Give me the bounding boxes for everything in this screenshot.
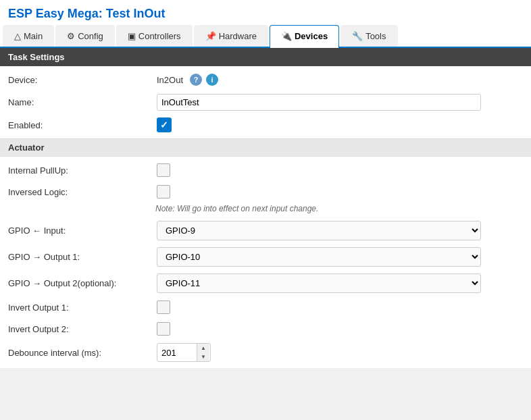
nav-bar: △ Main ⚙ Config ▣ Controllers 📌 Hardware… — [0, 25, 531, 48]
help-icon[interactable]: ? — [190, 74, 202, 86]
controllers-tab-label: Controllers — [138, 31, 181, 41]
config-tab-label: Config — [78, 31, 103, 41]
form-area: Device: In2Out ? i Name: Enabled: — [0, 66, 531, 138]
enabled-row: Enabled: — [0, 114, 531, 136]
name-input[interactable] — [157, 94, 481, 111]
tab-tools[interactable]: 🔧 Tools — [340, 25, 397, 47]
inversed-logic-checkbox[interactable] — [157, 185, 170, 199]
info-icon[interactable]: i — [206, 74, 218, 86]
hardware-tab-label: Hardware — [219, 31, 257, 41]
gpio-input-control: GPIO-0GPIO-1GPIO-2GPIO-3GPIO-4GPIO-5GPIO… — [157, 221, 523, 240]
invert-output2-row: Invert Output 2: — [0, 318, 531, 340]
hardware-tab-icon: 📌 — [205, 31, 216, 41]
pullup-checkbox[interactable] — [157, 163, 170, 177]
main-content: Task Settings Device: In2Out ? i Name: E… — [0, 48, 531, 368]
note-text: Note: Will go into effect on next input … — [0, 203, 531, 217]
gpio-output1-label: GPIO → Output 1: — [8, 252, 157, 262]
gpio-input-label: GPIO ← Input: — [8, 226, 157, 236]
debounce-spinners: ▲ ▼ — [197, 344, 209, 361]
name-row: Name: — [0, 90, 531, 114]
gpio-output2-label: GPIO → Output 2(optional): — [8, 278, 157, 288]
invert-output2-label: Invert Output 2: — [8, 324, 157, 334]
actuator-header: Actuator — [0, 138, 531, 157]
device-control: In2Out ? i — [157, 74, 523, 86]
device-row: Device: In2Out ? i — [0, 69, 531, 90]
enabled-control — [157, 117, 523, 132]
devices-tab-icon: 🔌 — [281, 31, 292, 41]
gpio-output1-row: GPIO → Output 1: GPIO-0GPIO-1GPIO-2GPIO-… — [0, 244, 531, 270]
invert-output2-checkbox[interactable] — [157, 322, 170, 336]
gpio-input-select[interactable]: GPIO-0GPIO-1GPIO-2GPIO-3GPIO-4GPIO-5GPIO… — [157, 221, 481, 240]
pullup-row: Internal PullUp: — [0, 159, 531, 181]
name-label: Name: — [8, 97, 157, 107]
controllers-tab-icon: ▣ — [128, 31, 136, 41]
debounce-control: ▲ ▼ — [157, 343, 523, 362]
gpio-output2-row: GPIO → Output 2(optional): GPIO-0GPIO-1G… — [0, 270, 531, 296]
tools-tab-label: Tools — [365, 31, 386, 41]
task-settings-header: Task Settings — [0, 48, 531, 66]
tab-devices[interactable]: 🔌 Devices — [270, 25, 339, 48]
gpio-output2-control: GPIO-0GPIO-1GPIO-2GPIO-3GPIO-4GPIO-5GPIO… — [157, 273, 523, 293]
tools-tab-icon: 🔧 — [352, 31, 363, 41]
debounce-label: Debounce interval (ms): — [8, 348, 157, 358]
debounce-up-button[interactable]: ▲ — [197, 344, 209, 352]
gpio-output2-select[interactable]: GPIO-0GPIO-1GPIO-2GPIO-3GPIO-4GPIO-5GPIO… — [157, 273, 481, 293]
invert-output1-checkbox[interactable] — [157, 300, 170, 314]
debounce-input[interactable] — [157, 345, 197, 361]
pullup-control — [157, 163, 523, 177]
debounce-down-button[interactable]: ▼ — [197, 352, 209, 361]
invert-output1-control — [157, 300, 523, 314]
devices-tab-label: Devices — [295, 31, 328, 41]
enabled-checkbox[interactable] — [157, 117, 172, 132]
gpio-output1-select[interactable]: GPIO-0GPIO-1GPIO-2GPIO-3GPIO-4GPIO-5GPIO… — [157, 247, 481, 267]
inversed-logic-label: Inversed Logic: — [8, 187, 157, 197]
invert-output1-row: Invert Output 1: — [0, 296, 531, 318]
invert-output1-label: Invert Output 1: — [8, 303, 157, 313]
device-value: In2Out — [157, 75, 183, 85]
inversed-logic-control — [157, 185, 523, 199]
enabled-label: Enabled: — [8, 120, 157, 130]
tab-main[interactable]: △ Main — [3, 25, 54, 47]
pullup-label: Internal PullUp: — [8, 165, 157, 176]
gpio-input-row: GPIO ← Input: GPIO-0GPIO-1GPIO-2GPIO-3GP… — [0, 217, 531, 244]
main-tab-label: Main — [24, 31, 43, 41]
config-tab-icon: ⚙ — [67, 31, 75, 41]
tab-controllers[interactable]: ▣ Controllers — [116, 25, 193, 47]
device-label: Device: — [8, 75, 157, 85]
debounce-spinner-wrapper: ▲ ▼ — [157, 343, 211, 362]
gpio-output1-control: GPIO-0GPIO-1GPIO-2GPIO-3GPIO-4GPIO-5GPIO… — [157, 247, 523, 267]
tab-config[interactable]: ⚙ Config — [55, 25, 115, 47]
debounce-row: Debounce interval (ms): ▲ ▼ — [0, 340, 531, 365]
inversed-logic-row: Inversed Logic: — [0, 181, 531, 203]
actuator-form: Internal PullUp: Inversed Logic: Note: W… — [0, 157, 531, 368]
invert-output2-control — [157, 322, 523, 336]
page-title: ESP Easy Mega: Test InOut — [0, 0, 531, 25]
tab-hardware[interactable]: 📌 Hardware — [194, 25, 268, 47]
main-tab-icon: △ — [14, 31, 21, 41]
name-control — [157, 94, 523, 111]
